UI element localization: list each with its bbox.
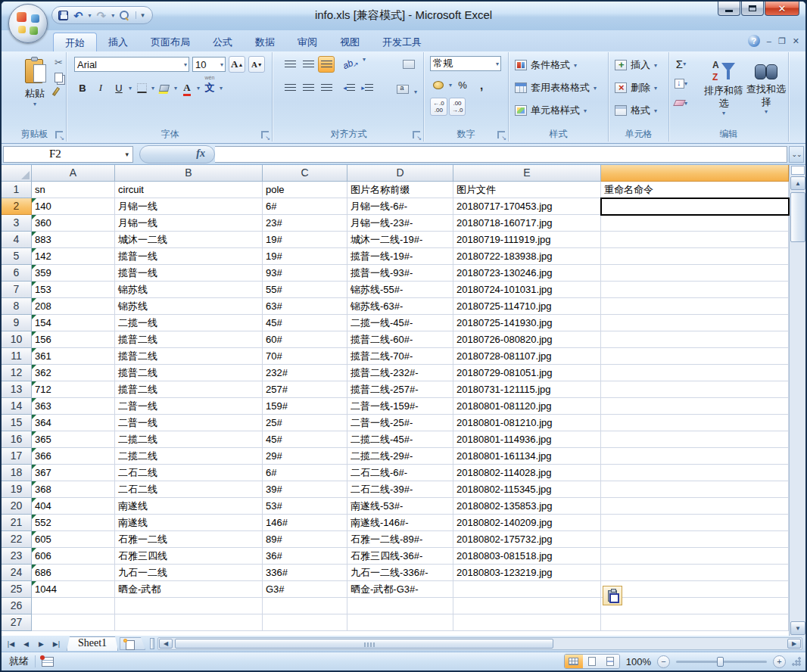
phonetic-guide-button[interactable]: 文	[201, 79, 218, 96]
cell-E8[interactable]: 20180725-114710.jpg	[453, 298, 601, 315]
cell-D27[interactable]	[347, 614, 453, 631]
cell-C11[interactable]: 70#	[263, 348, 347, 365]
delete-cells-button[interactable]: 删除▾	[609, 76, 668, 99]
tab-home[interactable]: 开始	[53, 33, 97, 51]
cell-E23[interactable]: 20180803-081518.jpg	[453, 548, 601, 565]
cell-E6[interactable]: 20180723-130246.jpg	[453, 265, 601, 282]
row-header-15[interactable]: 15	[2, 415, 32, 431]
tab-view[interactable]: 视图	[329, 33, 371, 51]
cell-F2[interactable]	[601, 198, 789, 215]
cell-F14[interactable]	[601, 398, 789, 415]
cell-F5[interactable]	[601, 248, 789, 265]
bold-button[interactable]: B	[74, 79, 91, 96]
decrease-indent-button[interactable]: ◂	[341, 79, 357, 96]
scroll-right-icon[interactable]: ▶	[787, 639, 801, 649]
next-sheet-icon[interactable]: ▶	[34, 637, 48, 650]
first-sheet-icon[interactable]: |◀	[4, 637, 18, 650]
align-top-button[interactable]	[282, 56, 298, 73]
zoom-slider-thumb[interactable]	[717, 657, 724, 667]
row-header-6[interactable]: 6	[2, 265, 32, 282]
cell-A20[interactable]: 404	[32, 498, 115, 515]
cell-E15[interactable]: 20180801-081210.jpg	[453, 415, 601, 431]
row-header-4[interactable]: 4	[2, 232, 32, 248]
format-as-table-button[interactable]: 套用表格格式▾	[509, 76, 608, 99]
cell-E9[interactable]: 20180725-141930.jpg	[453, 315, 601, 331]
cell-A13[interactable]: 712	[32, 381, 115, 398]
cell-E11[interactable]: 20180728-081107.jpg	[453, 348, 601, 365]
cell-F7[interactable]	[601, 282, 789, 298]
align-center-button[interactable]	[300, 79, 316, 96]
autosum-button[interactable]: Σ▾	[672, 55, 690, 72]
cell-D22[interactable]: 石雅一二线-89#-	[347, 531, 453, 548]
cell-C8[interactable]: 63#	[263, 298, 347, 315]
find-select-button[interactable]: 查找和选择 ▾	[745, 55, 787, 128]
cell-A25[interactable]: 1044	[32, 581, 115, 598]
cell-E26[interactable]	[453, 598, 601, 614]
macro-record-icon[interactable]	[42, 657, 54, 667]
cell-F1[interactable]: 重命名命令	[601, 182, 789, 198]
row-header-21[interactable]: 21	[2, 515, 32, 531]
sort-filter-button[interactable]: AZ 排序和筛选 ▾	[703, 55, 745, 128]
column-header-E[interactable]: E	[453, 165, 601, 182]
row-header-13[interactable]: 13	[2, 381, 32, 398]
font-size-combo[interactable]: 10▾	[192, 57, 226, 72]
conditional-formatting-button[interactable]: 条件格式▾	[509, 54, 608, 76]
cell-C9[interactable]: 45#	[263, 315, 347, 331]
cell-E16[interactable]: 20180801-114936.jpg	[453, 431, 601, 448]
cell-C6[interactable]: 93#	[263, 265, 347, 282]
undo-icon[interactable]: ↶	[73, 10, 83, 21]
row-header-1[interactable]: 1	[2, 182, 32, 198]
orientation-button[interactable]: ab↗	[341, 56, 361, 73]
cell-D6[interactable]: 揽普一线-93#-	[347, 265, 453, 282]
cell-C24[interactable]: 336#	[263, 565, 347, 581]
cell-B16[interactable]: 二揽二线	[115, 431, 263, 448]
workbook-close-icon[interactable]: ✕	[793, 36, 799, 46]
cell-A21[interactable]: 552	[32, 515, 115, 531]
cell-C18[interactable]: 6#	[263, 465, 347, 481]
cell-F13[interactable]	[601, 381, 789, 398]
cell-A2[interactable]: 140	[32, 198, 115, 215]
cell-B2[interactable]: 月锦一线	[115, 198, 263, 215]
cell-F3[interactable]	[601, 215, 789, 232]
cell-B11[interactable]: 揽普二线	[115, 348, 263, 365]
cell-A10[interactable]: 156	[32, 331, 115, 348]
cell-B9[interactable]: 二揽一线	[115, 315, 263, 331]
row-header-11[interactable]: 11	[2, 348, 32, 365]
cell-E19[interactable]: 20180802-115345.jpg	[453, 481, 601, 498]
cell-D11[interactable]: 揽普二线-70#-	[347, 348, 453, 365]
cell-C22[interactable]: 89#	[263, 531, 347, 548]
underline-button[interactable]: U	[111, 79, 127, 96]
cell-D15[interactable]: 二普一线-25#-	[347, 415, 453, 431]
cell-F6[interactable]	[601, 265, 789, 282]
row-header-19[interactable]: 19	[2, 481, 32, 498]
cell-A24[interactable]: 686	[32, 565, 115, 581]
format-cells-button[interactable]: 格式▾	[609, 99, 668, 122]
previous-sheet-icon[interactable]: ◀	[19, 637, 33, 650]
cell-F25[interactable]	[601, 581, 789, 598]
paste-button[interactable]: 粘贴 ▾	[17, 55, 53, 126]
row-header-17[interactable]: 17	[2, 448, 32, 465]
name-box[interactable]: F2▾	[3, 146, 133, 163]
column-header-B[interactable]: B	[115, 165, 263, 182]
cell-B24[interactable]: 九石一二线	[115, 565, 263, 581]
paste-options-button[interactable]	[603, 586, 622, 605]
border-dropdown-icon[interactable]: ▾	[151, 85, 154, 92]
page-break-view-button[interactable]	[601, 655, 619, 668]
cell-B4[interactable]: 城沐一二线	[115, 232, 263, 248]
cell-A23[interactable]: 606	[32, 548, 115, 565]
formula-input[interactable]	[215, 146, 787, 163]
merge-dropdown-icon[interactable]: ▾	[414, 89, 417, 95]
cell-F11[interactable]	[601, 348, 789, 365]
shrink-font-button[interactable]: A▼	[248, 56, 265, 73]
cell-C21[interactable]: 146#	[263, 515, 347, 531]
cell-C13[interactable]: 257#	[263, 381, 347, 398]
font-color-button[interactable]: A	[179, 79, 195, 96]
comma-style-button[interactable]: ,	[473, 76, 490, 93]
cell-E1[interactable]: 图片文件	[453, 182, 601, 198]
row-header-18[interactable]: 18	[2, 465, 32, 481]
cell-C16[interactable]: 45#	[263, 431, 347, 448]
cell-B14[interactable]: 二普一线	[115, 398, 263, 415]
row-header-25[interactable]: 25	[2, 581, 32, 598]
alignment-dialog-launcher-icon[interactable]	[413, 131, 420, 138]
font-dialog-launcher-icon[interactable]	[261, 131, 269, 138]
